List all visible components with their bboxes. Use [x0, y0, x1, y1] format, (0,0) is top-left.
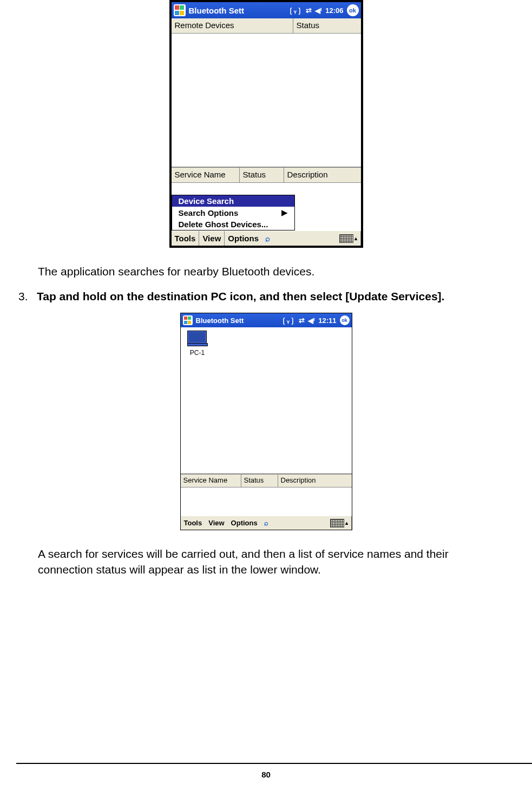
menu-item-label: Device Search [179, 196, 234, 206]
submenu-arrow-icon: ▶ [281, 208, 288, 217]
device-icons-area[interactable]: PC-1 [181, 327, 352, 474]
col-service-name[interactable]: Service Name [172, 168, 240, 182]
page-number: 80 [0, 770, 532, 779]
step-text: Tap and hold on the destination PC icon,… [37, 290, 444, 303]
keyboard-toggle[interactable]: ▴ [336, 231, 361, 246]
view-menu[interactable]: View [205, 516, 227, 530]
col-description[interactable]: Description [278, 474, 352, 487]
caption-1: The application searches for nearby Blue… [38, 264, 500, 279]
col-description[interactable]: Description [284, 168, 361, 182]
titlebar-2: Bluetooth Sett ❲ᵧ❳ ⇄ ◀ᑊ 12:11 ok [181, 313, 352, 327]
sync-icon: ⇄ [306, 6, 312, 15]
device-pc-1[interactable]: PC-1 [184, 331, 211, 357]
windows-flag-icon[interactable] [183, 315, 193, 325]
service-list-area-2[interactable] [181, 487, 352, 516]
menu-item-label: Search Options [179, 208, 239, 217]
lower-column-headers: Service Name Status Description [172, 168, 361, 183]
ok-button[interactable]: ok [347, 4, 359, 16]
menu-search-options[interactable]: Search Options ▶ [172, 207, 294, 219]
col-service-status[interactable]: Status [241, 474, 278, 487]
chevron-up-icon: ▴ [354, 235, 357, 241]
device-frame-1: Bluetooth Sett ❲ᵧ❳ ⇄ ◀ᑊ 12:06 ok Remote … [169, 0, 363, 248]
footer-separator [16, 763, 532, 764]
ok-button[interactable]: ok [340, 315, 350, 325]
volume-icon: ◀ᑊ [308, 317, 315, 325]
menu-item-label: Delete Ghost Devices... [179, 220, 268, 229]
status-icons: ❲ᵧ❳ ⇄ ◀ᑊ 12:06 [288, 6, 343, 15]
status-icons: ❲ᵧ❳ ⇄ ◀ᑊ 12:11 [281, 317, 336, 325]
device-label: PC-1 [184, 349, 211, 357]
sync-icon: ⇄ [299, 317, 305, 325]
col-status[interactable]: Status [293, 18, 361, 33]
chevron-up-icon: ▴ [345, 520, 348, 526]
signal-icon: ❲ᵧ❳ [281, 317, 295, 325]
view-menu[interactable]: View [199, 231, 225, 246]
step-number: 3. [18, 290, 37, 303]
caption-2: A search for services will be carried ou… [38, 546, 500, 577]
screenshot-1: Bluetooth Sett ❲ᵧ❳ ⇄ ◀ᑊ 12:06 ok Remote … [0, 0, 532, 248]
device-frame-2: Bluetooth Sett ❲ᵧ❳ ⇄ ◀ᑊ 12:11 ok PC-1 [180, 313, 352, 530]
windows-flag-icon[interactable] [174, 4, 186, 16]
titlebar-1: Bluetooth Sett ❲ᵧ❳ ⇄ ◀ᑊ 12:06 ok [172, 2, 361, 18]
bottom-toolbar: Tools View Options ⌕ ▴ [172, 230, 361, 246]
device-list-area[interactable] [172, 34, 361, 168]
options-menu[interactable]: Options [225, 231, 262, 246]
search-icon[interactable]: ⌕ [262, 231, 273, 246]
col-service-status[interactable]: Status [240, 168, 284, 182]
tools-menu[interactable]: Tools [172, 231, 200, 246]
volume-icon: ◀ᑊ [315, 6, 322, 15]
col-remote-devices[interactable]: Remote Devices [172, 18, 293, 33]
app-title: Bluetooth Sett [196, 317, 244, 325]
lower-column-headers-2: Service Name Status Description [181, 474, 352, 487]
menu-device-search[interactable]: Device Search [172, 195, 294, 207]
signal-icon: ❲ᵧ❳ [288, 6, 303, 15]
col-service-name[interactable]: Service Name [181, 474, 241, 487]
keyboard-icon [339, 234, 353, 243]
tools-menu[interactable]: Tools [181, 516, 206, 530]
step-3: 3. Tap and hold on the destination PC ic… [18, 290, 532, 303]
bottom-toolbar-2: Tools View Options ⌕ ▴ [181, 516, 352, 530]
laptop-icon [187, 331, 208, 348]
clock: 12:11 [318, 317, 336, 325]
app-title: Bluetooth Sett [189, 6, 245, 15]
keyboard-icon [330, 519, 344, 528]
upper-column-headers: Remote Devices Status [172, 18, 361, 34]
menu-delete-ghost[interactable]: Delete Ghost Devices... [172, 219, 294, 230]
options-menu[interactable]: Options [228, 516, 261, 530]
clock: 12:06 [325, 6, 343, 15]
search-icon[interactable]: ⌕ [261, 516, 272, 530]
keyboard-toggle[interactable]: ▴ [327, 516, 352, 530]
screenshot-2: Bluetooth Sett ❲ᵧ❳ ⇄ ◀ᑊ 12:11 ok PC-1 [0, 313, 532, 530]
context-menu: Device Search Search Options ▶ Delete Gh… [172, 195, 295, 230]
service-list-area[interactable] [172, 183, 361, 195]
